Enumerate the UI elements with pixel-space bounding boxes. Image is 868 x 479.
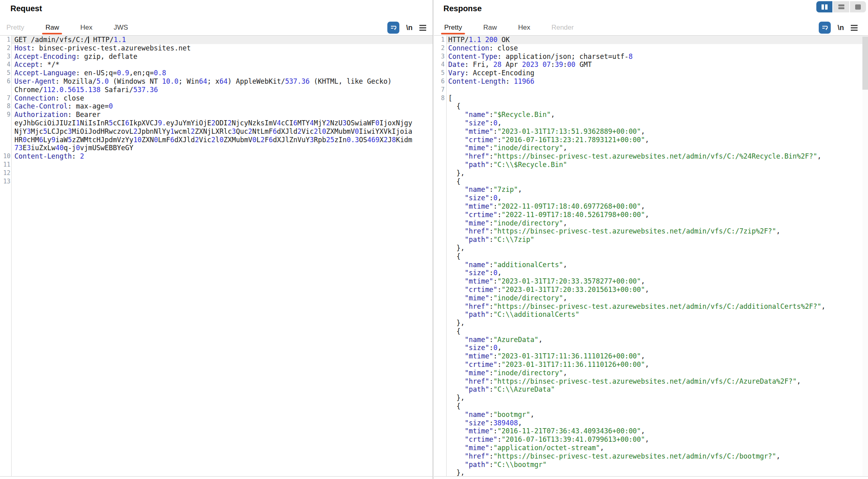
text-token: , xyxy=(518,185,522,193)
json-key: "mime" xyxy=(465,444,489,452)
text-token xyxy=(448,111,465,119)
number-token: 2 xyxy=(260,136,264,144)
json-key: "path" xyxy=(465,310,489,318)
code-line: Chrome/112.0.5615.138 Safari/537.36 xyxy=(10,86,158,94)
code-line: "href":"https://binsec-privesc-test.azur… xyxy=(445,302,826,311)
text-token: : Accept-Encoding xyxy=(465,69,534,77)
text-token: Rpb xyxy=(314,136,326,144)
code-line: "name":"additionalCerts", xyxy=(445,261,567,269)
json-string: "2016-11-21T07:36:43.4093436+00:00" xyxy=(497,427,641,435)
text-token: , xyxy=(600,444,604,452)
text-token: Chrome/ xyxy=(14,86,43,94)
number-token: 6 xyxy=(39,136,43,144)
line-number: 2 xyxy=(434,44,445,52)
line-number xyxy=(434,219,445,227)
text-token: Ly xyxy=(43,136,51,144)
number-token: 0.3 xyxy=(346,136,359,144)
text-token xyxy=(538,60,542,68)
number-token: 6 xyxy=(269,136,273,144)
text-token: : xyxy=(497,211,501,219)
json-key: Authorization xyxy=(14,111,68,119)
number-token: 3 xyxy=(27,127,31,135)
text-token: : xyxy=(489,194,493,202)
text-token: ZXMubmV xyxy=(326,127,355,135)
line-number xyxy=(434,227,445,235)
text-token: { xyxy=(448,402,461,410)
code-row: "name":"bootmgr", xyxy=(434,411,868,419)
line-number xyxy=(434,286,445,294)
text-token: IjoxNjgy xyxy=(379,119,412,127)
line-number xyxy=(434,411,445,419)
json-key: "mtime" xyxy=(465,352,493,360)
text-token: HTTP/ xyxy=(448,36,469,44)
newline-toggle-icon[interactable]: \n xyxy=(838,24,844,32)
request-editor[interactable]: 1GET /admin/vfs/C:/ HTTP/1.12Host: binse… xyxy=(0,35,433,477)
code-row: "path":"C:\\7zip" xyxy=(434,235,868,244)
number-token: 64 xyxy=(220,77,228,85)
text-token: { xyxy=(448,327,461,335)
text-token: J xyxy=(388,136,392,144)
number-token: 73 xyxy=(14,144,22,152)
text-token: : xyxy=(497,435,501,443)
number-token: 4 xyxy=(277,119,281,127)
text-token xyxy=(448,336,465,344)
number-token: 200 xyxy=(485,36,497,44)
text-token: , xyxy=(641,352,645,360)
panel-splitter[interactable] xyxy=(433,0,433,479)
word-wrap-icon[interactable] xyxy=(387,22,399,34)
text-token: }, xyxy=(448,319,465,327)
line-number xyxy=(0,86,10,94)
scrollbar-thumb[interactable] xyxy=(862,36,868,90)
tab-hex[interactable]: Hex xyxy=(77,21,95,34)
code-line: "mtime":"2016-11-21T07:36:43.4093436+00:… xyxy=(445,427,645,435)
number-token: 537.36 xyxy=(133,86,158,94)
text-token xyxy=(448,119,465,127)
code-row: "path":"C:\\$Recycle.Bin" xyxy=(434,161,868,169)
code-line: "mtime":"2023-01-31T17:11:36.1110126+00:… xyxy=(445,352,645,360)
json-string: "https://binsec-privesc-test.azurewebsit… xyxy=(493,227,776,235)
code-line: "size":0, xyxy=(445,344,501,352)
json-string: "C:\\7zip" xyxy=(493,235,534,244)
layout-columns-button[interactable] xyxy=(816,1,832,12)
line-number: 1 xyxy=(434,36,445,44)
code-line: }, xyxy=(445,169,465,177)
json-key: Content-Length xyxy=(14,152,72,160)
text-token: , xyxy=(645,136,649,144)
tab-jws[interactable]: JWS xyxy=(111,21,131,34)
tab-raw[interactable]: Raw xyxy=(480,21,500,34)
line-number xyxy=(434,294,445,302)
editor-menu-icon[interactable] xyxy=(419,25,426,31)
code-line: "path":"C:\\AzureData" xyxy=(445,385,555,394)
word-wrap-icon[interactable] xyxy=(819,22,831,34)
tab-hex[interactable]: Hex xyxy=(515,21,533,34)
text-token: : Mozilla/ xyxy=(55,77,96,85)
text-token: }, xyxy=(448,244,465,252)
layout-rows-button[interactable] xyxy=(833,1,849,12)
response-scrollbar[interactable] xyxy=(862,36,868,476)
number-token: 6 xyxy=(293,119,297,127)
tab-render[interactable]: Render xyxy=(548,21,577,34)
tab-pretty[interactable]: Pretty xyxy=(3,21,27,34)
text-token: LCJpc xyxy=(47,127,68,135)
code-row: "mtime":"2023-01-31T17:20:33.3578277+00:… xyxy=(434,277,868,286)
text-token: , xyxy=(776,452,780,460)
tab-pretty[interactable]: Pretty xyxy=(441,21,465,34)
code-row: 1HTTP/1.1 200 OK xyxy=(434,36,868,44)
line-number xyxy=(434,277,445,286)
text-token xyxy=(448,411,465,419)
code-row: "href":"https://binsec-privesc-test.azur… xyxy=(434,302,868,311)
code-row: "name":"7zip", xyxy=(434,185,868,194)
tab-raw[interactable]: Raw xyxy=(42,21,62,34)
layout-single-button[interactable] xyxy=(850,1,866,12)
editor-menu-icon[interactable] xyxy=(851,25,858,31)
text-token: Mjc xyxy=(31,127,43,135)
text-token: (Windows NT xyxy=(109,77,162,85)
code-row: "mime":"application/octet-stream", xyxy=(434,444,868,452)
newline-toggle-icon[interactable]: \n xyxy=(406,24,413,32)
text-token: OK xyxy=(497,36,510,44)
json-string: "2016-07-16T13:39:41.0799613+00:00" xyxy=(501,435,645,443)
code-line: "href":"https://binsec-privesc-test.azur… xyxy=(445,152,821,161)
response-editor[interactable]: 1HTTP/1.1 200 OK2Connection: close3Conte… xyxy=(434,35,868,477)
text-token: : */* xyxy=(39,60,59,68)
text-token: dXJld xyxy=(277,127,297,135)
